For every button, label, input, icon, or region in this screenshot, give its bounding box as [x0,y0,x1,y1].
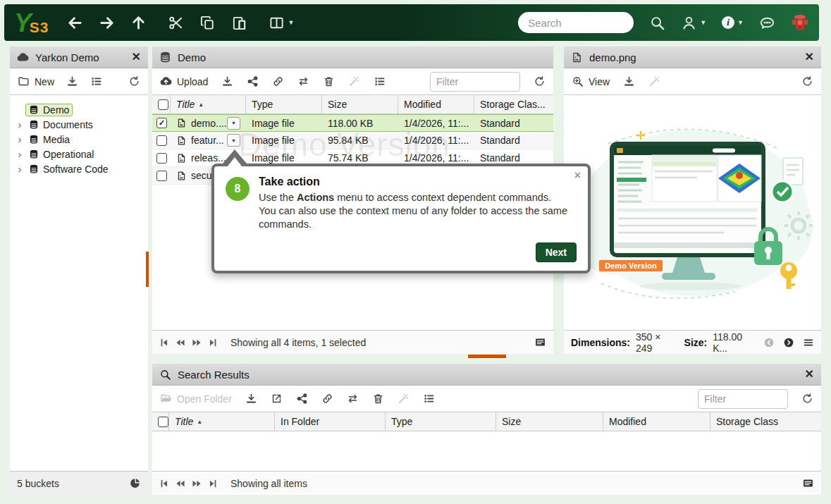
column-header-size[interactable]: Size [496,412,603,431]
open-folder-button[interactable]: Open Folder [160,393,232,405]
layout-columns-menu[interactable]: ▼ [269,15,294,31]
details-icon[interactable] [423,393,435,405]
download-icon[interactable] [623,75,635,87]
view-button[interactable]: View [572,75,610,87]
prev-item-icon[interactable] [763,337,775,348]
last-page-icon[interactable] [208,479,218,488]
column-header-type[interactable]: Type [246,95,322,113]
row-checkbox[interactable] [156,153,167,164]
global-search-input[interactable] [518,12,634,33]
wand-icon[interactable] [398,393,410,405]
chevron-right-icon[interactable]: › [14,118,25,130]
file-row[interactable]: ✓demo....▼Image file118.00 KB1/4/2026, 1… [152,114,553,132]
refresh-icon[interactable] [801,393,813,405]
user-menu[interactable]: ▼ [681,15,706,31]
link-icon[interactable] [321,393,333,405]
close-icon[interactable]: × [574,169,581,182]
prev-page-icon[interactable] [176,479,185,488]
info-menu[interactable]: i ▼ [722,16,744,29]
new-folder-button[interactable]: New [18,75,54,87]
wand-icon[interactable] [648,75,660,87]
close-icon[interactable]: ✕ [132,51,141,63]
delete-icon[interactable] [323,75,335,87]
back-icon[interactable] [67,15,83,31]
up-icon[interactable] [130,15,147,31]
external-link-icon[interactable] [271,393,283,405]
next-button[interactable]: Next [536,242,577,262]
select-all-checkbox[interactable] [158,99,168,110]
wand-icon[interactable] [348,75,360,87]
close-icon[interactable]: ✕ [805,369,814,380]
row-checkbox[interactable]: ✓ [156,118,167,128]
upload-button[interactable]: Upload [160,75,208,87]
file-title[interactable]: demo.... [191,118,227,129]
column-header-size[interactable]: Size [322,95,398,113]
first-page-icon[interactable] [159,338,169,348]
download-icon[interactable] [66,75,78,87]
column-header-title[interactable]: Title▲ [169,412,275,431]
move-icon[interactable] [347,393,359,405]
table-view-icon[interactable] [534,336,546,348]
column-header-type[interactable]: Type [386,412,496,431]
move-icon[interactable] [297,75,309,87]
select-all-checkbox[interactable] [158,417,168,427]
details-icon[interactable] [90,75,102,87]
link-icon[interactable] [272,75,284,87]
usage-pie-icon[interactable] [129,477,141,489]
chevron-right-icon[interactable]: › [14,163,25,175]
delete-icon[interactable] [372,393,384,405]
paste-icon[interactable] [231,15,247,31]
column-header-storage-class[interactable]: Storage Class [710,412,821,431]
search-panel-resize-handle[interactable] [468,355,506,358]
first-page-icon[interactable] [159,479,169,488]
refresh-icon[interactable] [801,75,813,87]
refresh-icon[interactable] [128,75,140,87]
forward-icon[interactable] [99,15,115,31]
table-view-icon[interactable] [802,477,814,489]
chevron-right-icon[interactable]: › [14,148,25,160]
file-title[interactable]: featur... [191,135,224,146]
row-checkbox[interactable] [156,171,167,181]
feedback-icon[interactable] [759,15,775,31]
file-row[interactable]: featur...▼Image file95.84 KB1/4/2026, 11… [152,132,553,149]
column-header-modified[interactable]: Modified [398,95,474,113]
share-icon[interactable] [247,75,259,87]
last-page-icon[interactable] [208,338,218,348]
search-pager [159,479,218,488]
search-icon[interactable] [649,15,665,31]
next-item-icon[interactable] [783,337,794,348]
close-icon[interactable]: ✕ [805,51,814,63]
menu-icon[interactable] [803,337,814,348]
share-icon[interactable] [296,393,308,405]
sidebar-item-demo[interactable]: Demo [14,102,144,117]
chevron-right-icon[interactable]: › [14,133,25,145]
aws-s3-icon[interactable] [791,13,809,32]
next-page-icon[interactable] [192,338,202,348]
row-checkbox[interactable] [156,135,167,146]
column-header-title[interactable]: Title▲ [171,95,246,113]
folder-icon [18,75,30,87]
sidebar-item-operational[interactable]: ›Operational [14,147,144,161]
file-storage-class: Standard [474,135,553,146]
file-title[interactable]: releas... [191,152,226,164]
download-icon[interactable] [245,393,257,405]
search-filter-input[interactable] [698,389,788,409]
row-actions-caret[interactable]: ▼ [227,117,240,130]
sidebar-item-documents[interactable]: ›Documents [14,117,144,132]
sidebar-resize-handle[interactable] [146,252,149,287]
buckets-panel-header: Yarkon Demo ✕ [10,47,148,68]
column-header-storage-clas-[interactable]: Storage Clas... [474,95,553,113]
sidebar-item-software-code[interactable]: ›Software Code [14,161,144,176]
copy-icon[interactable] [199,15,216,31]
prev-page-icon[interactable] [176,338,185,348]
files-filter-input[interactable] [430,72,520,92]
next-page-icon[interactable] [192,479,202,488]
details-icon[interactable] [374,75,386,87]
column-header-in-folder[interactable]: In Folder [275,412,386,431]
refresh-icon[interactable] [534,75,546,87]
column-header-modified[interactable]: Modified [603,412,710,431]
cut-icon[interactable] [168,15,184,31]
row-actions-caret[interactable]: ▼ [227,134,240,147]
sidebar-item-media[interactable]: ›Media [14,132,144,147]
download-icon[interactable] [221,75,233,87]
